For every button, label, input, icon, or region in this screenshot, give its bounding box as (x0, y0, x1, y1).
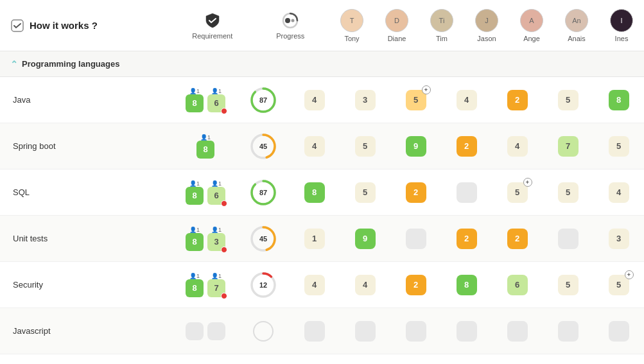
table-row: Unit tests👤18👤13 45 19223 (0, 216, 644, 262)
prog-col (238, 321, 289, 342)
progress-circle: 45 (249, 132, 277, 160)
score-badge: 1 (304, 229, 325, 249)
req-dot (221, 247, 227, 253)
score-badge: 4 (304, 136, 325, 157)
score-badge: 2 (406, 275, 426, 295)
score-col-2: 2 (390, 182, 441, 203)
score-col-6 (593, 321, 644, 342)
req-count-right: 👤1 (211, 273, 222, 279)
prog-col: 12 (238, 271, 289, 299)
score-col-1: 5 (340, 136, 390, 157)
avatar-tony: T (340, 9, 363, 32)
score-badge: 2 (406, 182, 426, 203)
avatar-diane: D (385, 9, 408, 32)
req-left: 👤18 (186, 88, 204, 112)
score-col-6: 5+ (593, 275, 644, 295)
score-badge: 3 (355, 90, 376, 110)
avatar-tim: Ti (430, 9, 453, 32)
col-header-tony: TTony (329, 9, 374, 42)
score-badge: 6 (507, 275, 528, 295)
req-score-right: 7 (207, 279, 225, 297)
score-col-4: 4 (492, 136, 543, 157)
col-label-tim: Tim (436, 35, 448, 42)
progress-pct: 87 (259, 189, 267, 196)
section-title: Programming languages (22, 59, 119, 69)
plus-indicator: + (523, 178, 532, 187)
score-badge: 9 (406, 136, 426, 157)
req-left: 👤18 (186, 273, 204, 297)
score-empty (457, 321, 477, 342)
score-empty (609, 321, 629, 342)
req-col: 👤18👤16 (173, 88, 238, 112)
req-score-left: 8 (186, 94, 204, 112)
plus-indicator: + (625, 270, 634, 279)
score-empty (406, 321, 426, 342)
req-col: 👤18👤16 (173, 180, 238, 205)
score-col-6: 5 (593, 136, 644, 157)
section-title-col: ⌃ Programming languages (0, 59, 173, 69)
score-badge: 2 (457, 229, 477, 249)
table-row: Spring boot👤18 45 4592475 (0, 123, 644, 169)
req-right: 👤13 (207, 227, 225, 251)
req-indicator: 👤18👤16 (186, 180, 225, 205)
col-header-anais: AnAnais (554, 9, 599, 42)
row-label: SQL (0, 187, 173, 197)
score-col-1: 5 (340, 182, 390, 203)
progress-circle: 87 (249, 178, 277, 207)
title-col: How it works ? (0, 19, 173, 33)
score-col-0: 1 (289, 229, 340, 249)
score-badge: 2 (507, 229, 528, 249)
score-badge: 4 (304, 90, 325, 110)
score-col-1: 3 (340, 90, 390, 110)
score-empty (457, 182, 477, 203)
score-col-3 (441, 321, 492, 342)
req-indicator (186, 322, 225, 340)
people-headers: TTonyDDianeTiTimJJasonAAngeAnAnaisIInes (329, 9, 644, 42)
requirement-col-header: Requirement (173, 12, 252, 40)
req-indicator: 👤18 (196, 134, 214, 159)
score-col-3: 8 (441, 275, 492, 295)
req-col: 👤18👤17 (173, 273, 238, 297)
req-col: 👤18👤13 (173, 227, 238, 251)
col-label-tony: Tony (344, 35, 359, 42)
score-badge: 7 (558, 136, 579, 157)
score-col-6: 8 (593, 90, 644, 110)
req-left: 👤18 (196, 134, 214, 159)
chevron-icon: ⌃ (10, 59, 18, 69)
progress-pct: 45 (259, 143, 267, 150)
col-header-ines: IInes (599, 9, 644, 42)
req-count-left: 👤1 (189, 88, 200, 94)
prog-col: 87 (238, 86, 289, 114)
score-col-5: 5 (543, 182, 593, 203)
score-col-1: 9 (340, 229, 390, 249)
progress-col-header: Progress (252, 12, 330, 40)
avatar-ines: I (610, 9, 633, 32)
row-label: Unit tests (0, 234, 173, 243)
score-badge: 5+ (406, 90, 426, 110)
score-col-6: 3 (593, 229, 644, 249)
score-empty (304, 321, 325, 342)
score-badge: 8 (304, 182, 325, 203)
score-badge: 4 (457, 90, 477, 110)
progress-pct: 12 (259, 281, 267, 289)
req-col: 👤18 (173, 134, 238, 159)
progress-circle: 45 (249, 225, 277, 253)
req-indicator: 👤18👤16 (186, 88, 225, 112)
score-col-6: 4 (593, 182, 644, 203)
requirement-label: Requirement (192, 32, 232, 40)
req-score-left: 8 (186, 233, 204, 251)
score-badge: 5 (558, 90, 579, 110)
score-col-2 (390, 229, 441, 249)
score-badge: 5+ (507, 182, 528, 203)
score-col-2: 2 (390, 275, 441, 295)
shield-icon (204, 12, 222, 30)
score-col-0: 4 (289, 90, 340, 110)
req-score-right: 6 (207, 94, 225, 112)
score-badge: 2 (507, 90, 528, 110)
req-score-right: 6 (207, 187, 225, 205)
score-badge: 5 (558, 275, 579, 295)
col-header-tim: TiTim (419, 9, 464, 42)
row-label: Javascript (0, 326, 173, 336)
score-empty (507, 321, 528, 342)
table-row: Javascript (0, 308, 644, 354)
